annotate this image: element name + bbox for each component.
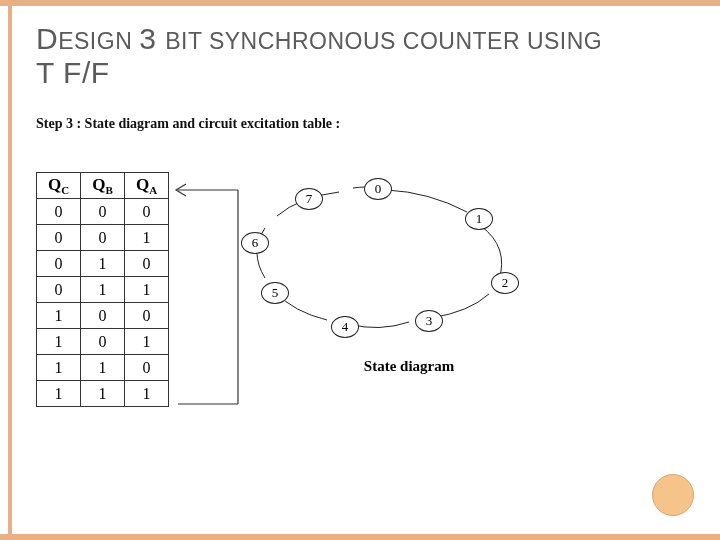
- state-node-2: 2: [491, 272, 519, 294]
- col-qa: QA: [125, 173, 169, 199]
- table-row: 011: [37, 277, 169, 303]
- title-tff: T F/F: [36, 56, 110, 89]
- state-diagram-wrap: 0 1 2 3 4 5 6 7 State diagram: [199, 172, 539, 375]
- table-header-row: QC QB QA: [37, 173, 169, 199]
- title-cap-3: 3: [139, 22, 165, 55]
- state-node-6: 6: [241, 232, 269, 254]
- table-row: 000: [37, 199, 169, 225]
- state-node-7: 7: [295, 188, 323, 210]
- title-esign: ESIGN: [58, 28, 139, 54]
- col-qb: QB: [81, 173, 125, 199]
- left-accent-stripe: [8, 6, 12, 534]
- state-node-1: 1: [465, 208, 493, 230]
- content-area: Step 3 : State diagram and circuit excit…: [36, 116, 700, 407]
- slide: DESIGN 3 BIT SYNCHRONOUS COUNTER USING T…: [0, 0, 720, 540]
- title-cap-d: D: [36, 22, 58, 55]
- state-node-4: 4: [331, 316, 359, 338]
- state-diagram: 0 1 2 3 4 5 6 7: [199, 172, 539, 352]
- state-node-5: 5: [261, 282, 289, 304]
- body-row: QC QB QA 000 001 010 011 100 101 110 111: [36, 172, 700, 407]
- state-table-wrap: QC QB QA 000 001 010 011 100 101 110 111: [36, 172, 169, 407]
- table-row: 010: [37, 251, 169, 277]
- table-row: 100: [37, 303, 169, 329]
- table-row: 001: [37, 225, 169, 251]
- state-table-body: 000 001 010 011 100 101 110 111: [37, 199, 169, 407]
- table-row: 101: [37, 329, 169, 355]
- col-qc: QC: [37, 173, 81, 199]
- table-row: 110: [37, 355, 169, 381]
- decorative-corner-circle-icon: [652, 474, 694, 516]
- state-node-0: 0: [364, 178, 392, 200]
- diagram-caption: State diagram: [199, 358, 539, 375]
- title-rest: BIT SYNCHRONOUS COUNTER USING: [165, 28, 602, 54]
- state-ring-icon: [199, 172, 539, 352]
- step-label: Step 3 : State diagram and circuit excit…: [36, 116, 700, 132]
- state-table: QC QB QA 000 001 010 011 100 101 110 111: [36, 172, 169, 407]
- slide-title: DESIGN 3 BIT SYNCHRONOUS COUNTER USING T…: [0, 6, 720, 96]
- table-row: 111: [37, 381, 169, 407]
- state-node-3: 3: [415, 310, 443, 332]
